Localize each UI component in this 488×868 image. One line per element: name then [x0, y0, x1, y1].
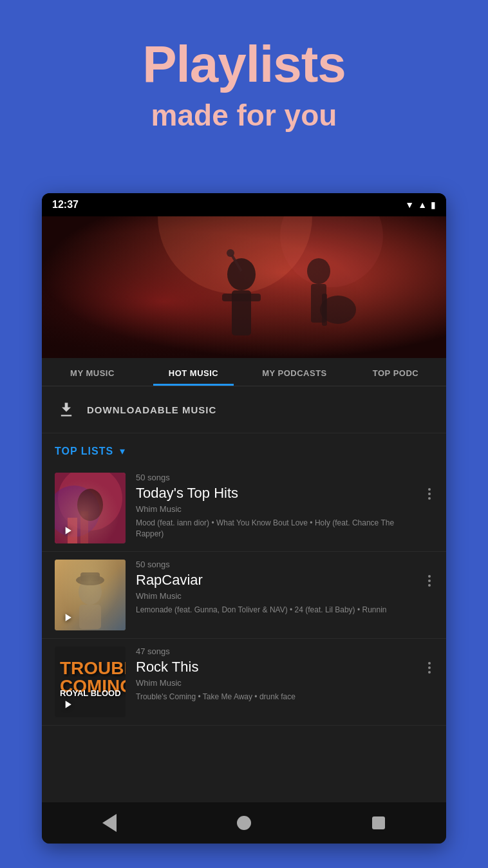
playlist-item-todays-top-hits[interactable]: 50 songs Today's Top Hits Whim Music Moo…: [42, 465, 446, 552]
nav-recents-button[interactable]: [362, 810, 395, 836]
nav-back-button[interactable]: [93, 810, 126, 836]
svg-rect-23: [80, 572, 100, 581]
more-options-todays-top-hits[interactable]: [426, 473, 433, 502]
svg-rect-12: [322, 294, 327, 326]
nav-home-button[interactable]: [228, 810, 260, 836]
hero-title: Playlists: [13, 39, 475, 90]
playlist-info-todays-top-hits: 50 songs Today's Top Hits Whim Music Moo…: [136, 473, 420, 540]
more-options-rapcaviar[interactable]: [426, 560, 433, 589]
chevron-down-icon: ▾: [120, 445, 125, 457]
svg-point-4: [227, 258, 256, 290]
playlist-info-rapcaviar: 50 songs RapCaviar Whim Music Lemonade (…: [136, 560, 420, 616]
song-count-rapcaviar: 50 songs: [136, 560, 420, 569]
recents-icon: [372, 816, 385, 829]
download-row[interactable]: DOWNLOADABLE MUSIC: [42, 386, 446, 433]
svg-point-21: [79, 579, 102, 605]
tab-my-music[interactable]: MY MUSIC: [42, 358, 143, 386]
svg-rect-6: [222, 294, 261, 301]
playlist-thumb-todays-top-hits: [55, 473, 126, 543]
svg-point-18: [77, 489, 103, 521]
more-dots-icon: [426, 486, 433, 502]
playlist-provider-rock-this: Whim Music: [136, 678, 420, 688]
download-label: DOWNLOADABLE MUSIC: [87, 404, 216, 415]
svg-point-22: [76, 575, 104, 585]
playlist-thumb-rapcaviar: [55, 560, 126, 630]
content-area: DOWNLOADABLE MUSIC TOP LISTS ▾: [42, 386, 446, 726]
song-count-todays-top-hits: 50 songs: [136, 473, 420, 482]
more-dots-icon-rapcaviar: [426, 572, 433, 589]
playlist-name-rapcaviar: RapCaviar: [136, 572, 420, 589]
nav-tabs: MY MUSIC HOT MUSIC MY PODCASTS TOP PODC: [42, 358, 446, 386]
back-icon: [102, 814, 117, 832]
song-count-rock-this: 47 songs: [136, 646, 420, 656]
playlist-tracks-rock-this: Trouble's Coming • Take Me Away • drunk …: [136, 692, 420, 703]
svg-point-9: [307, 258, 330, 284]
tab-hot-music[interactable]: HOT MUSIC: [143, 358, 244, 386]
play-button-rock-this[interactable]: [59, 695, 77, 713]
more-dots-icon-rock-this: [426, 659, 433, 676]
status-bar: 12:37 ▼ ▲ ▮: [42, 193, 446, 216]
battery-icon: ▮: [431, 200, 436, 210]
concert-artwork: [42, 216, 446, 358]
svg-rect-24: [79, 605, 101, 629]
playlist-name-todays-top-hits: Today's Top Hits: [136, 485, 420, 502]
playlist-provider-todays-top-hits: Whim Music: [136, 504, 420, 514]
hero-section: Playlists made for you: [0, 0, 488, 158]
playlist-thumb-rock-this: TROUBLE'SCOMING ROYAL BLOOD: [55, 646, 126, 717]
concert-image: [42, 216, 446, 358]
download-svg-icon: [57, 401, 75, 419]
download-icon: [55, 398, 78, 421]
playlist-name-rock-this: Rock This: [136, 659, 420, 675]
playlist-provider-rapcaviar: Whim Music: [136, 591, 420, 601]
top-lists-header[interactable]: TOP LISTS ▾: [42, 433, 446, 465]
signal-icon: ▲: [418, 200, 427, 210]
status-time: 12:37: [52, 199, 79, 211]
bottom-nav: [42, 802, 446, 844]
tab-top-podcasts[interactable]: TOP PODC: [345, 358, 446, 386]
playlist-tracks-todays-top-hits: Mood (feat. iann dior) • What You Know B…: [136, 518, 420, 540]
svg-point-8: [227, 249, 234, 257]
play-button-rapcaviar[interactable]: [59, 609, 77, 627]
hero-subtitle: made for you: [13, 98, 475, 133]
playlist-item-rock-this[interactable]: TROUBLE'SCOMING ROYAL BLOOD 47 songs Roc…: [42, 639, 446, 726]
top-lists-label: TOP LISTS: [55, 446, 113, 457]
status-icons: ▼ ▲ ▮: [405, 200, 436, 210]
tab-my-podcasts[interactable]: MY PODCASTS: [244, 358, 345, 386]
svg-rect-17: [80, 511, 88, 543]
home-icon: [237, 816, 251, 830]
play-button-todays-top-hits[interactable]: [59, 522, 77, 540]
wifi-icon: ▼: [405, 200, 414, 210]
playlist-item-rapcaviar[interactable]: 50 songs RapCaviar Whim Music Lemonade (…: [42, 552, 446, 639]
phone-mockup: 12:37 ▼ ▲ ▮: [42, 193, 446, 844]
playlist-tracks-rapcaviar: Lemonade (feat. Gunna, Don Toliver & NAV…: [136, 605, 420, 616]
playlist-info-rock-this: 47 songs Rock This Whim Music Trouble's …: [136, 646, 420, 703]
more-options-rock-this[interactable]: [426, 646, 433, 676]
